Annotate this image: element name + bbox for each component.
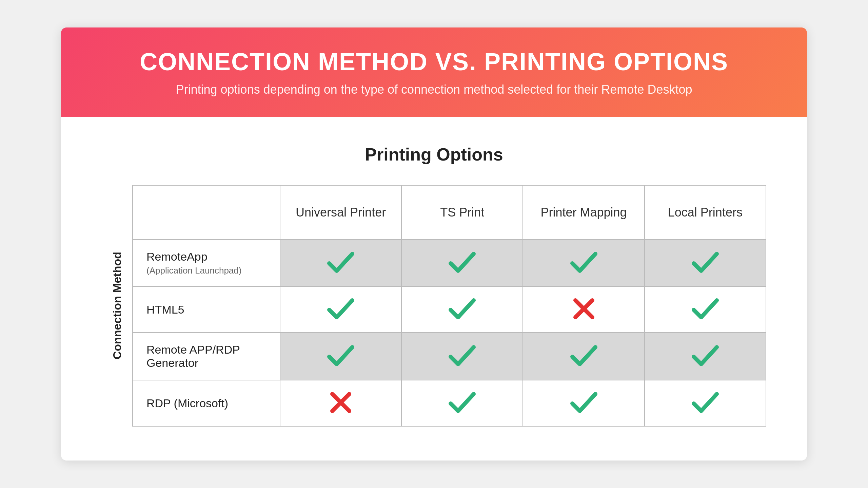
header-section: CONNECTION METHOD VS. PRINTING OPTIONS P… bbox=[61, 27, 807, 117]
value-cell-r1-c2 bbox=[523, 286, 644, 333]
method-cell-0: RemoteApp(Application Launchpad) bbox=[133, 240, 280, 286]
value-cell-r0-c1 bbox=[401, 240, 523, 286]
col-header-universal-printer: Universal Printer bbox=[280, 185, 401, 240]
check-icon bbox=[449, 391, 476, 414]
check-icon bbox=[692, 344, 719, 368]
check-icon bbox=[692, 391, 719, 414]
check-icon bbox=[327, 297, 354, 321]
comparison-table: Universal Printer TS Print Printer Mappi… bbox=[132, 185, 766, 427]
method-cell-2: Remote APP/RDP Generator bbox=[133, 333, 280, 380]
header-row: Universal Printer TS Print Printer Mappi… bbox=[133, 185, 766, 240]
cross-icon bbox=[329, 391, 353, 414]
value-cell-r2-c0 bbox=[280, 333, 401, 380]
table-area: Universal Printer TS Print Printer Mappi… bbox=[132, 185, 766, 427]
value-cell-r3-c0 bbox=[280, 380, 401, 426]
value-cell-r1-c3 bbox=[645, 286, 766, 333]
content-section: Printing Options Connection Method Unive… bbox=[61, 117, 807, 461]
check-icon bbox=[570, 344, 597, 368]
value-cell-r3-c1 bbox=[401, 380, 523, 426]
table-row: Remote APP/RDP Generator bbox=[133, 333, 766, 380]
check-icon bbox=[570, 250, 597, 274]
page-title: CONNECTION METHOD VS. PRINTING OPTIONS bbox=[88, 48, 780, 76]
main-card: CONNECTION METHOD VS. PRINTING OPTIONS P… bbox=[61, 27, 807, 461]
check-icon bbox=[449, 344, 476, 368]
col-header-printer-mapping: Printer Mapping bbox=[523, 185, 644, 240]
method-cell-1: HTML5 bbox=[133, 286, 280, 333]
table-row: RDP (Microsoft) bbox=[133, 380, 766, 426]
section-heading: Printing Options bbox=[102, 144, 766, 165]
method-name: RDP (Microsoft) bbox=[146, 397, 266, 410]
method-cell-3: RDP (Microsoft) bbox=[133, 380, 280, 426]
col-header-ts-print: TS Print bbox=[401, 185, 523, 240]
value-cell-r0-c0 bbox=[280, 240, 401, 286]
value-cell-r0-c2 bbox=[523, 240, 644, 286]
table-wrapper: Connection Method Universal Printer TS P… bbox=[102, 185, 766, 427]
page-subtitle: Printing options depending on the type o… bbox=[88, 82, 780, 97]
axis-label-col: Connection Method bbox=[102, 185, 132, 427]
value-cell-r3-c3 bbox=[645, 380, 766, 426]
check-icon bbox=[327, 344, 354, 368]
table-row: HTML5 bbox=[133, 286, 766, 333]
value-cell-r2-c1 bbox=[401, 333, 523, 380]
check-icon bbox=[692, 297, 719, 321]
check-icon bbox=[449, 250, 476, 274]
check-icon bbox=[570, 391, 597, 414]
corner-cell bbox=[133, 185, 280, 240]
method-name: Remote APP/RDP Generator bbox=[146, 343, 266, 370]
value-cell-r2-c3 bbox=[645, 333, 766, 380]
table-row: RemoteApp(Application Launchpad) bbox=[133, 240, 766, 286]
axis-label: Connection Method bbox=[111, 252, 124, 359]
method-sub: (Application Launchpad) bbox=[146, 265, 266, 276]
value-cell-r1-c1 bbox=[401, 286, 523, 333]
value-cell-r1-c0 bbox=[280, 286, 401, 333]
method-name: HTML5 bbox=[146, 303, 266, 316]
value-cell-r0-c3 bbox=[645, 240, 766, 286]
cross-icon bbox=[572, 297, 596, 321]
check-icon bbox=[692, 250, 719, 274]
check-icon bbox=[327, 250, 354, 274]
method-name: RemoteApp bbox=[146, 250, 266, 263]
value-cell-r3-c2 bbox=[523, 380, 644, 426]
value-cell-r2-c2 bbox=[523, 333, 644, 380]
col-header-local-printers: Local Printers bbox=[645, 185, 766, 240]
check-icon bbox=[449, 297, 476, 321]
